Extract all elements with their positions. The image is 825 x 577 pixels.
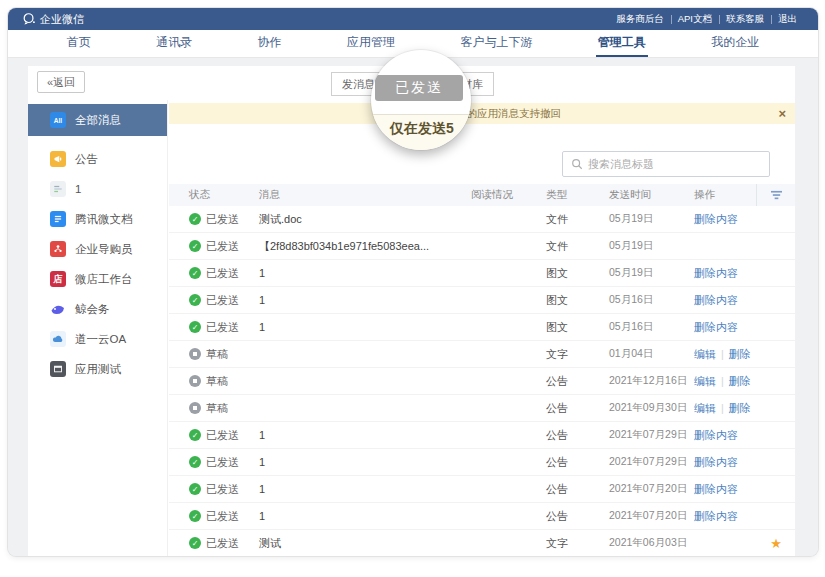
close-icon[interactable]: × bbox=[778, 103, 786, 124]
nav-item[interactable]: 客户与上下游 bbox=[458, 30, 534, 57]
table-row: 草稿公告2021年09月30日编辑|删除 bbox=[169, 395, 795, 422]
table-row: 草稿公告2021年12月16日编辑|删除 bbox=[169, 368, 795, 395]
topbar-link[interactable]: 联系客服 bbox=[719, 13, 771, 26]
delete-content-link[interactable]: 删除内容 bbox=[694, 428, 738, 443]
actions-cell: 编辑|删除 bbox=[694, 347, 756, 362]
sidebar-item-label: 应用测试 bbox=[75, 362, 121, 377]
draft-icon bbox=[189, 375, 201, 387]
date-cell: 2021年12月16日 bbox=[609, 374, 694, 388]
sidebar-item-应用测试[interactable]: 应用测试 bbox=[28, 354, 167, 384]
type-cell: 图文 bbox=[546, 266, 609, 281]
sidebar-item-1[interactable]: 1 bbox=[28, 174, 167, 204]
message-cell: 测试 bbox=[259, 536, 471, 551]
topbar-link[interactable]: 服务商后台 bbox=[609, 13, 671, 26]
actions-cell: 删除内容 bbox=[694, 509, 756, 524]
sidebar-item-鲸会务[interactable]: 鲸会务 bbox=[28, 294, 167, 324]
message-cell: 1 bbox=[259, 510, 471, 522]
table-row: 已发送1公告2021年07月20日删除内容 bbox=[169, 503, 795, 530]
sidebar-item-公告[interactable]: 公告 bbox=[28, 144, 167, 174]
table-row: 已发送【2f8d83bf034b1e971fe5083eea...文件05月19… bbox=[169, 233, 795, 260]
actions-cell: 删除内容 bbox=[694, 482, 756, 497]
date-cell: 05月19日 bbox=[609, 212, 694, 226]
logo-text: 企业微信 bbox=[40, 12, 84, 27]
delete-content-link[interactable]: 删除内容 bbox=[694, 482, 738, 497]
search-box bbox=[562, 151, 770, 177]
table-row: 已发送1图文05月19日删除内容 bbox=[169, 260, 795, 287]
sent-check-icon bbox=[189, 240, 201, 252]
sidebar-item-label: 全部消息 bbox=[75, 113, 121, 128]
status-cell: 草稿 bbox=[189, 374, 259, 389]
nav-item[interactable]: 管理工具 bbox=[596, 30, 648, 57]
type-cell: 文字 bbox=[546, 347, 609, 362]
status-label: 草稿 bbox=[206, 374, 228, 389]
action-separator: | bbox=[721, 348, 724, 360]
status-label: 已发送 bbox=[206, 509, 239, 524]
nav-item[interactable]: 我的企业 bbox=[709, 30, 761, 57]
topbar-links: 服务商后台API文档联系客服退出 bbox=[609, 13, 804, 26]
sidebar-item-label: 道一云OA bbox=[75, 332, 126, 347]
nav-item[interactable]: 应用管理 bbox=[345, 30, 397, 57]
cloud-icon bbox=[50, 331, 66, 347]
sidebar-item-企业导购员[interactable]: 企业导购员 bbox=[28, 234, 167, 264]
nav-item[interactable]: 协作 bbox=[256, 30, 284, 57]
delete-content-link[interactable]: 删除内容 bbox=[694, 320, 738, 335]
table-row: 已发送测试.doc文件05月19日删除内容 bbox=[169, 206, 795, 233]
message-cell: 【2f8d83bf034b1e971fe5083eea... bbox=[259, 239, 471, 254]
delete-link[interactable]: 删除 bbox=[729, 347, 751, 362]
date-cell: 05月16日 bbox=[609, 293, 694, 307]
status-cell: 已发送 bbox=[189, 320, 259, 335]
search-input[interactable] bbox=[588, 158, 761, 170]
message-cell: 1 bbox=[259, 294, 471, 306]
nav-item[interactable]: 首页 bbox=[65, 30, 93, 57]
delete-link[interactable]: 删除 bbox=[729, 374, 751, 389]
sidebar-item-腾讯微文档[interactable]: 腾讯微文档 bbox=[28, 204, 167, 234]
date-cell: 05月19日 bbox=[609, 266, 694, 280]
sent-check-icon bbox=[189, 456, 201, 468]
date-cell: 2021年07月20日 bbox=[609, 509, 694, 523]
message-cell: 1 bbox=[259, 456, 471, 468]
star-icon[interactable]: ★ bbox=[756, 536, 795, 551]
status-cell: 已发送 bbox=[189, 212, 259, 227]
delete-content-link[interactable]: 删除内容 bbox=[694, 455, 738, 470]
notice-text: 内的应用消息支持撤回 bbox=[456, 103, 561, 124]
sidebar-item-label: 公告 bbox=[75, 152, 98, 167]
edit-link[interactable]: 编辑 bbox=[694, 401, 716, 416]
sidebar-item-全部消息[interactable]: All全部消息 bbox=[28, 104, 167, 136]
type-cell: 公告 bbox=[546, 428, 609, 443]
type-cell: 公告 bbox=[546, 455, 609, 470]
all-icon: All bbox=[50, 112, 66, 128]
actions-cell: 编辑|删除 bbox=[694, 374, 756, 389]
delete-content-link[interactable]: 删除内容 bbox=[694, 266, 738, 281]
type-cell: 图文 bbox=[546, 293, 609, 308]
status-cell: 已发送 bbox=[189, 455, 259, 470]
draft-icon bbox=[189, 348, 201, 360]
column-header: 状态 bbox=[189, 188, 259, 202]
back-button[interactable]: «返回 bbox=[37, 71, 85, 93]
nav-item[interactable]: 通讯录 bbox=[154, 30, 194, 57]
delete-link[interactable]: 删除 bbox=[729, 401, 751, 416]
table-row: 草稿文字01月04日编辑|删除 bbox=[169, 341, 795, 368]
sent-check-icon bbox=[189, 213, 201, 225]
actions-cell: 删除内容 bbox=[694, 212, 756, 227]
status-label: 已发送 bbox=[206, 482, 239, 497]
sidebar-item-道一云OA[interactable]: 道一云OA bbox=[28, 324, 167, 354]
type-cell: 公告 bbox=[546, 374, 609, 389]
topbar-link[interactable]: 退出 bbox=[771, 13, 804, 26]
delete-content-link[interactable]: 删除内容 bbox=[694, 509, 738, 524]
delete-content-link[interactable]: 删除内容 bbox=[694, 212, 738, 227]
notice-banner: 内的应用消息支持撤回 × bbox=[169, 103, 795, 124]
date-cell: 2021年09月30日 bbox=[609, 401, 694, 415]
filter-cell[interactable] bbox=[756, 184, 796, 206]
date-cell: 05月19日 bbox=[609, 239, 694, 253]
filter-funnel-icon[interactable] bbox=[770, 190, 783, 201]
edit-link[interactable]: 编辑 bbox=[694, 374, 716, 389]
topbar-link[interactable]: API文档 bbox=[671, 13, 719, 26]
sidebar-item-微店工作台[interactable]: 店微店工作台 bbox=[28, 264, 167, 294]
type-cell: 图文 bbox=[546, 320, 609, 335]
edit-link[interactable]: 编辑 bbox=[694, 347, 716, 362]
status-label: 已发送 bbox=[206, 266, 239, 281]
wework-logo[interactable]: 企业微信 bbox=[22, 12, 84, 27]
sent-check-icon bbox=[189, 537, 201, 549]
chat-bubble-icon bbox=[22, 12, 36, 26]
delete-content-link[interactable]: 删除内容 bbox=[694, 293, 738, 308]
